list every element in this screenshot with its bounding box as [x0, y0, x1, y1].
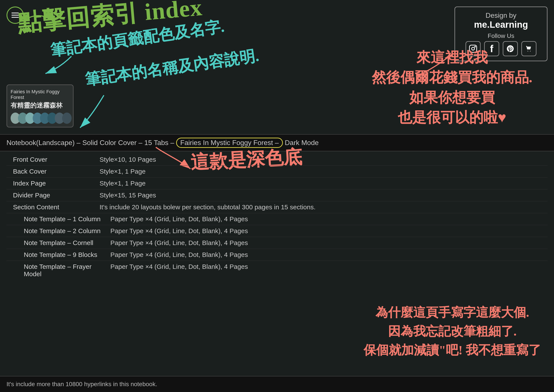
footer-text: It's include more than 10800 hyperlinks …	[7, 381, 157, 387]
palette-title: Fairies In Mystic Foggy Forest	[11, 89, 69, 100]
toc-value-back-cover: Style×1, 1 Page	[100, 168, 541, 175]
toc-row-9-blocks: Note Template – 9 Blocks Paper Type ×4 (…	[7, 249, 547, 261]
design-by-label: Design by me.Learning	[459, 12, 542, 30]
toc-value-divider-page: Style×15, 15 Pages	[100, 192, 541, 199]
toc-row-divider-page: Divider Page Style×15, 15 Pages	[7, 189, 547, 201]
toc-row-section-content: Section Content It's include 20 layouts …	[7, 201, 547, 213]
toc-label-front-cover: Front Cover	[13, 156, 100, 163]
toc-label-2-column: Note Template – 2 Column	[24, 227, 110, 235]
notebook-title-text: Notebook(Landscape) – Solid Color Cover …	[7, 139, 176, 147]
footer: It's include more than 10800 hyperlinks …	[0, 376, 554, 392]
toc-value-cornell: Paper Type ×4 (Grid, Line, Dot, Blank), …	[110, 239, 541, 246]
toc-label-1-column: Note Template – 1 Column	[24, 215, 110, 223]
toc-row-frayer: Note Template – Frayer Model Paper Type …	[7, 261, 547, 280]
toc-value-index-page: Style×1, 1 Page	[100, 180, 541, 187]
palette-subtitle: 有精靈的迷霧森林	[11, 101, 69, 110]
toc-value-2-column: Paper Type ×4 (Grid, Line, Dot, Blank), …	[110, 227, 541, 235]
svg-point-3	[475, 46, 475, 47]
toc-label-back-cover: Back Cover	[13, 168, 100, 175]
toc-row-front-cover: Front Cover Style×10, 10 Pages	[7, 154, 547, 166]
toc-label-index-page: Index Page	[13, 180, 100, 187]
toc-row-2-column: Note Template – 2 Column Paper Type ×4 (…	[7, 225, 547, 237]
toc-label-cornell: Note Template – Cornell	[24, 239, 110, 246]
arrow-desc	[76, 93, 110, 132]
swatch-8	[62, 112, 72, 124]
toc-row-cornell: Note Template – Cornell Paper Type ×4 (G…	[7, 237, 547, 249]
toc-row-1-column: Note Template – 1 Column Paper Type ×4 (…	[7, 213, 547, 225]
palette-swatches	[11, 112, 69, 124]
toc-value-1-column: Paper Type ×4 (Grid, Line, Dot, Blank), …	[110, 215, 541, 223]
table-of-contents: Front Cover Style×10, 10 Pages Back Cove…	[0, 149, 554, 282]
toc-value-section-content: It's include 20 layouts bolew per sectio…	[100, 203, 541, 211]
toc-label-9-blocks: Note Template – 9 Blocks	[24, 251, 110, 259]
toc-value-frayer: Paper Type ×4 (Grid, Line, Dot, Blank), …	[110, 263, 541, 278]
design-name: me.Learning	[474, 20, 528, 30]
annotation-bottom-text: 為什麼這頁手寫字這麼大個.因為我忘記改筆粗細了.保個就加減讀"吧! 我不想重寫了	[364, 303, 541, 359]
toc-label-frayer: Note Template – Frayer Model	[24, 263, 110, 278]
follow-us-label: Follow Us	[459, 33, 542, 39]
toc-label-section-content: Section Content	[13, 203, 100, 211]
toc-value-front-cover: Style×10, 10 Pages	[100, 156, 541, 163]
palette-box: Fairies In Mystic Foggy Forest 有精靈的迷霧森林	[7, 84, 74, 127]
toc-value-9-blocks: Paper Type ×4 (Grid, Line, Dot, Blank), …	[110, 251, 541, 259]
toc-row-index-page: Index Page Style×1, 1 Page	[7, 177, 547, 189]
toc-row-back-cover: Back Cover Style×1, 1 Page	[7, 166, 547, 177]
annotation-right-text: 來這裡找我然後偶爾花錢買我的商品.如果你想要買也是很可以的啦♥	[372, 48, 533, 128]
toc-label-divider-page: Divider Page	[13, 192, 100, 199]
